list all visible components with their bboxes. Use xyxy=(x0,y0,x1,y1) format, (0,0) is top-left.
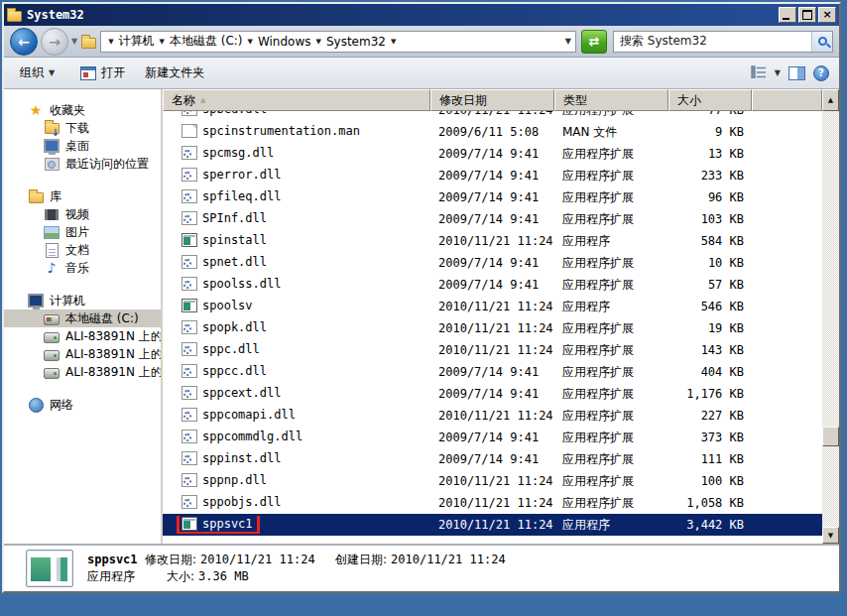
sidebar-item-下载[interactable]: 下载 xyxy=(4,119,161,137)
sidebar-item-label: ALI-83891N 上的 C xyxy=(65,328,163,345)
table-row-sppinst.dll[interactable]: sppinst.dll2009/7/14 9:41应用程序扩展111 KB xyxy=(163,448,822,470)
file-name: sppobjs.dll xyxy=(202,495,281,509)
refresh-button[interactable]: ⇄ xyxy=(581,30,607,54)
breadcrumb-segment[interactable]: System32 xyxy=(326,35,386,49)
sidebar-item-本地磁盘 (C:)[interactable]: 本地磁盘 (C:) xyxy=(4,309,161,327)
file-type: 应用程序 xyxy=(554,233,668,250)
table-row-sppcomapi.dll[interactable]: sppcomapi.dll2010/11/21 11:24应用程序扩展227 K… xyxy=(163,405,822,427)
file-modified-date: 2010/11/21 11:24 xyxy=(430,300,554,313)
preview-pane-icon[interactable] xyxy=(788,66,805,80)
table-row-spoolsv[interactable]: spoolsv2010/11/21 11:24应用程序546 KB xyxy=(163,296,822,317)
search-box[interactable] xyxy=(613,31,833,53)
breadcrumb-segment[interactable]: 计算机 xyxy=(119,33,155,50)
file-name: sppinst.dll xyxy=(202,451,281,465)
breadcrumb-segment[interactable]: 本地磁盘 (C:) xyxy=(170,33,243,50)
network-icon xyxy=(28,397,44,413)
sidebar-item-图片[interactable]: 图片 xyxy=(4,223,161,241)
breadcrumb-separator-icon[interactable]: ▼ xyxy=(160,38,165,46)
breadcrumb-separator-icon[interactable]: ▼ xyxy=(108,38,113,46)
sidebar-item-桌面[interactable]: 桌面 xyxy=(4,137,161,155)
file-modified-date: 2009/6/11 5:08 xyxy=(430,125,554,139)
scroll-down-button[interactable]: ▼ xyxy=(822,527,839,544)
forward-button[interactable]: → xyxy=(41,28,68,56)
sidebar-item-ALI-83891N 上的 E[interactable]: ALI-83891N 上的 E xyxy=(4,363,161,381)
application-icon xyxy=(182,233,197,247)
table-row-spinstall[interactable]: spinstall2010/11/21 11:24应用程序584 KB xyxy=(163,230,822,252)
history-dropdown-icon[interactable]: ▼ xyxy=(71,37,77,46)
file-type: MAN 文件 xyxy=(554,124,668,141)
sidebar-item-视频[interactable]: 视频 xyxy=(4,205,161,223)
file-modified-date: 2009/7/14 9:41 xyxy=(430,147,554,161)
table-row-spnet.dll[interactable]: spnet.dll2009/7/14 9:41应用程序扩展10 KB xyxy=(163,252,822,274)
title-bar[interactable]: System32 × xyxy=(4,4,839,26)
search-input[interactable] xyxy=(614,35,811,49)
back-arrow-icon: ← xyxy=(18,34,30,50)
close-button[interactable]: × xyxy=(818,7,836,23)
table-row-spbcd.dll[interactable]: spbcd.dll2010/11/21 11:24应用程序扩展77 KB xyxy=(163,111,822,121)
file-modified-date: 2009/7/14 9:41 xyxy=(430,431,554,444)
sidebar-section-库[interactable]: 库 xyxy=(4,187,161,205)
sidebar-item-ALI-83891N 上的 C[interactable]: ALI-83891N 上的 C xyxy=(4,327,161,345)
breadcrumb-segment[interactable]: Windows xyxy=(258,35,311,49)
file-type: 应用程序 xyxy=(554,517,668,534)
table-row-spcmsg.dll[interactable]: spcmsg.dll2009/7/14 9:41应用程序扩展13 KB xyxy=(163,143,822,165)
libraries-icon xyxy=(28,188,44,204)
views-dropdown-icon[interactable]: ▼ xyxy=(775,68,781,77)
new-folder-button[interactable]: 新建文件夹 xyxy=(139,62,210,84)
views-icon[interactable] xyxy=(751,65,767,81)
table-row-spoolss.dll[interactable]: spoolss.dll2009/7/14 9:41应用程序扩展57 KB xyxy=(163,274,822,296)
file-type: 应用程序扩展 xyxy=(554,111,668,119)
vertical-scrollbar[interactable]: ▲ ▼ xyxy=(822,89,839,544)
maximize-button[interactable] xyxy=(798,7,816,23)
modified-date-value: 2010/11/21 11:24 xyxy=(200,553,315,566)
address-dropdown-icon[interactable]: ▼ xyxy=(559,37,571,46)
back-button[interactable]: ← xyxy=(10,28,38,56)
scroll-up-button[interactable]: ▲ xyxy=(822,89,839,111)
dll-file-icon xyxy=(182,211,197,225)
table-row-spopk.dll[interactable]: spopk.dll2010/11/21 11:24应用程序扩展19 KB xyxy=(163,317,822,339)
table-row-SPInf.dll[interactable]: SPInf.dll2009/7/14 9:41应用程序扩展103 KB xyxy=(163,208,822,230)
table-row-sppcc.dll[interactable]: sppcc.dll2009/7/14 9:41应用程序扩展404 KB xyxy=(163,361,822,383)
navigation-sidebar: ★收藏夹下载桌面最近访问的位置库视频图片文档♪音乐计算机本地磁盘 (C:)ALI… xyxy=(4,89,163,544)
sidebar-section-label: 库 xyxy=(50,188,61,205)
sidebar-item-最近访问的位置[interactable]: 最近访问的位置 xyxy=(4,155,161,173)
breadcrumb-separator-icon[interactable]: ▼ xyxy=(248,38,253,46)
table-row-spcinstrumentation.man[interactable]: spcinstrumentation.man2009/6/11 5:08MAN … xyxy=(163,121,822,143)
sidebar-item-ALI-83891N 上的 D[interactable]: ALI-83891N 上的 D xyxy=(4,345,161,363)
sidebar-item-音乐[interactable]: ♪音乐 xyxy=(4,259,161,277)
breadcrumb[interactable]: ▼计算机▼本地磁盘 (C:)▼Windows▼System32▼▼ xyxy=(100,31,576,53)
file-modified-date: 2009/7/14 9:41 xyxy=(430,387,554,401)
column-header-类型[interactable]: 类型 xyxy=(554,89,668,111)
search-button[interactable] xyxy=(811,32,832,52)
file-name: spopk.dll xyxy=(202,320,267,334)
file-size: 3,442 KB xyxy=(668,518,752,532)
table-row-sppsvc1[interactable]: sppsvc12010/11/21 11:24应用程序3,442 KB xyxy=(163,514,822,536)
table-row-sppc.dll[interactable]: sppc.dll2010/11/21 11:24应用程序扩展143 KB xyxy=(163,339,822,361)
explorer-window: System32 × ← → ▼ ▼计算机▼本地磁盘 (C:)▼Windows▼… xyxy=(2,2,841,593)
help-icon[interactable]: ? xyxy=(813,65,829,81)
column-header-大小[interactable]: 大小 xyxy=(668,89,752,111)
organize-label: 组织 xyxy=(20,64,44,81)
scrollbar-thumb[interactable] xyxy=(822,427,839,446)
table-row-sppnp.dll[interactable]: sppnp.dll2010/11/21 11:24应用程序扩展100 KB xyxy=(163,470,822,492)
sidebar-item-文档[interactable]: 文档 xyxy=(4,241,161,259)
details-pane: sppsvc1 修改日期:2010/11/21 11:24 创建日期:2010/… xyxy=(4,544,839,591)
table-row-sppcext.dll[interactable]: sppcext.dll2009/7/14 9:41应用程序扩展1,176 KB xyxy=(163,383,822,405)
breadcrumb-separator-icon[interactable]: ▼ xyxy=(316,38,321,46)
sidebar-section-收藏夹[interactable]: ★收藏夹 xyxy=(4,101,161,119)
table-row-sperror.dll[interactable]: sperror.dll2009/7/14 9:41应用程序扩展233 KB xyxy=(163,165,822,186)
breadcrumb-separator-icon[interactable]: ▼ xyxy=(391,38,396,46)
table-row-sppcommdlg.dll[interactable]: sppcommdlg.dll2009/7/14 9:41应用程序扩展373 KB xyxy=(163,427,822,448)
network-drive-icon xyxy=(44,328,60,344)
sidebar-section-网络[interactable]: 网络 xyxy=(4,396,161,414)
column-header-名称[interactable]: 名称▲ xyxy=(163,89,430,111)
organize-button[interactable]: 组织 ▼ xyxy=(14,62,60,84)
sidebar-section-计算机[interactable]: 计算机 xyxy=(4,292,161,309)
table-row-sppobjs.dll[interactable]: sppobjs.dll2010/11/21 11:24应用程序扩展1,058 K… xyxy=(163,492,822,514)
open-button[interactable]: 打开 xyxy=(74,62,131,84)
close-icon: × xyxy=(822,10,831,20)
minimize-button[interactable] xyxy=(779,7,796,23)
column-header-修改日期[interactable]: 修改日期 xyxy=(430,89,554,111)
table-row-spfileq.dll[interactable]: spfileq.dll2009/7/14 9:41应用程序扩展96 KB xyxy=(163,186,822,208)
dll-file-icon xyxy=(182,386,197,400)
